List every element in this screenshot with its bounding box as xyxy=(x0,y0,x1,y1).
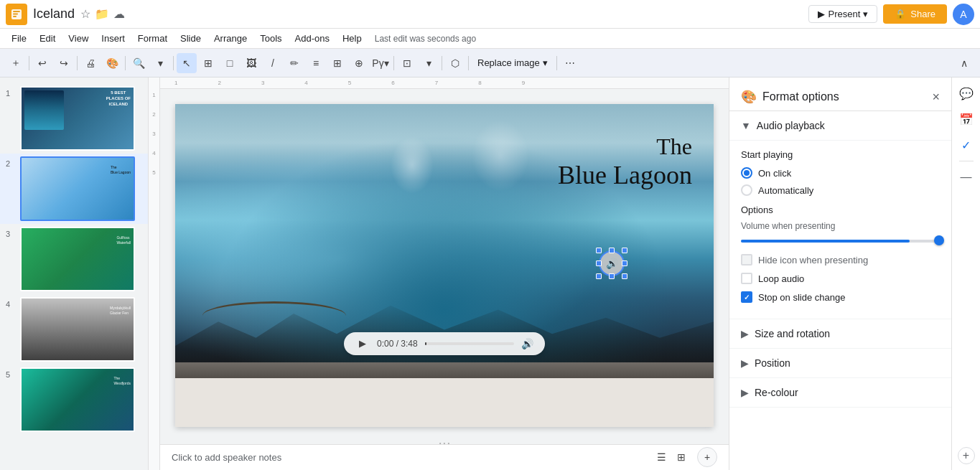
close-format-panel-button[interactable]: × xyxy=(932,90,940,105)
recolour-header[interactable]: ▶ Re-colour xyxy=(729,378,951,408)
slide-thumbnail-5[interactable]: TheWestfjords xyxy=(20,367,135,432)
size-rotation-header[interactable]: ▶ Size and rotation xyxy=(729,319,951,349)
replace-image-dropdown[interactable]: ▾ xyxy=(543,57,548,68)
line-button[interactable]: / xyxy=(263,53,283,73)
insert-button[interactable]: ⊕ xyxy=(349,53,369,73)
zoom-button[interactable]: 🔍 xyxy=(129,53,149,73)
selection-handle-br[interactable] xyxy=(622,273,627,279)
slide-thumbnail-1[interactable]: 5 BESTPLACES OFICELAND xyxy=(20,86,135,151)
main-content: 1 5 BESTPLACES OFICELAND 2 TheBlue Lagoo… xyxy=(0,77,980,470)
selection-handle-tc[interactable] xyxy=(609,248,615,253)
loop-audio-label: Loop audio xyxy=(758,273,804,284)
present-dropdown-arrow[interactable]: ▾ xyxy=(863,9,868,19)
slide-thumbnail-2[interactable]: TheBlue Lagoon xyxy=(20,156,135,221)
volume-slider-track[interactable] xyxy=(741,240,940,243)
present-button[interactable]: ▶ Present ▾ xyxy=(808,5,877,23)
list-view-button[interactable]: ☰ xyxy=(651,447,671,467)
steam-2 xyxy=(472,120,529,192)
slide-title-line2: Blue Lagoon xyxy=(558,160,692,191)
doc-title[interactable]: Iceland xyxy=(33,6,75,22)
comments-icon[interactable]: 💬 xyxy=(956,83,976,103)
collapse-toolbar-button[interactable]: ∧ xyxy=(954,53,974,73)
checkmark-icon[interactable]: ✓ xyxy=(956,135,976,155)
selection-handle-tr[interactable] xyxy=(622,248,627,253)
slide-thumb-5[interactable]: 5 TheWestfjords xyxy=(0,365,148,435)
side-add-button[interactable]: + xyxy=(958,447,975,464)
slide-thumb-3[interactable]: 3 GullfossWaterfall xyxy=(0,224,148,294)
audio-progress-bar[interactable] xyxy=(425,342,514,345)
grid-view-button[interactable]: ⊞ xyxy=(671,447,691,467)
image-button[interactable]: 🖼 xyxy=(241,53,261,73)
py-button[interactable]: Pγ▾ xyxy=(370,53,391,73)
mask-button[interactable]: ▾ xyxy=(419,53,439,73)
automatically-option[interactable]: Automatically xyxy=(741,184,940,196)
hide-icon-checkbox[interactable] xyxy=(741,254,752,265)
menu-help[interactable]: Help xyxy=(337,32,368,45)
top-bar: Iceland ☆ 📁 ☁ ▶ Present ▾ 🔒 Share A xyxy=(0,0,980,29)
add-content-button[interactable]: + xyxy=(697,447,717,467)
folder-icon[interactable]: 📁 xyxy=(95,7,109,21)
selection-handle-tl[interactable] xyxy=(596,248,602,253)
menu-insert[interactable]: Insert xyxy=(95,32,131,45)
on-click-radio[interactable] xyxy=(741,167,752,179)
user-avatar[interactable]: A xyxy=(953,4,974,25)
notes-area[interactable]: Click to add speaker notes + ⊞ ☰ xyxy=(160,444,729,470)
effects-button[interactable]: ⬡ xyxy=(445,53,465,73)
menu-view[interactable]: View xyxy=(62,32,94,45)
crop-button[interactable]: ⊡ xyxy=(397,53,417,73)
slide-thumb-2[interactable]: 2 TheBlue Lagoon xyxy=(0,154,148,224)
star-icon[interactable]: ☆ xyxy=(80,7,90,21)
stop-on-slide-change-option[interactable]: ✓ Stop on slide change xyxy=(741,291,940,303)
volume-slider-container[interactable] xyxy=(741,237,940,245)
zoom-dropdown[interactable]: ▾ xyxy=(150,53,170,73)
menu-file[interactable]: File xyxy=(6,32,32,45)
hide-icon-option[interactable]: Hide icon when presenting xyxy=(741,254,940,265)
volume-slider-thumb[interactable] xyxy=(934,235,944,245)
menu-slide[interactable]: Slide xyxy=(174,32,207,45)
slide-thumbnail-4[interactable]: MyrdalsjökullGlacier Fen xyxy=(20,297,135,362)
share-button[interactable]: 🔒 Share xyxy=(883,4,947,24)
on-click-option[interactable]: On click xyxy=(741,167,940,179)
automatically-radio[interactable] xyxy=(741,184,752,196)
selection-handle-bc[interactable] xyxy=(609,273,615,279)
undo-button[interactable]: ↩ xyxy=(32,53,52,73)
position-header[interactable]: ▶ Position xyxy=(729,349,951,378)
selection-handle-ml[interactable] xyxy=(596,260,602,266)
menu-addons[interactable]: Add-ons xyxy=(289,32,335,45)
replace-image-button[interactable]: Replace image ▾ xyxy=(472,55,554,71)
align-button[interactable]: ≡ xyxy=(306,53,326,73)
canvas-scroll[interactable]: The Blue Lagoon xyxy=(160,89,729,441)
shape-button[interactable]: □ xyxy=(220,53,240,73)
audio-playback-header[interactable]: ▼ Audio playback xyxy=(729,111,951,141)
selection-handle-mr[interactable] xyxy=(622,260,627,266)
paint-format-button[interactable]: 🎨 xyxy=(102,53,122,73)
loop-audio-checkbox[interactable] xyxy=(741,273,752,284)
slide-label-5: TheWestfjords xyxy=(113,376,131,386)
menu-tools[interactable]: Tools xyxy=(254,32,287,45)
menu-edit[interactable]: Edit xyxy=(34,32,61,45)
textbox-button[interactable]: ⊞ xyxy=(198,53,218,73)
more-options-button[interactable]: ⋯ xyxy=(560,53,580,73)
cursor-button[interactable]: ↖ xyxy=(177,53,197,73)
slide-thumb-1[interactable]: 1 5 BESTPLACES OFICELAND xyxy=(0,83,148,154)
selection-handle-bl[interactable] xyxy=(596,273,602,279)
notes-placeholder[interactable]: Click to add speaker notes xyxy=(172,452,281,463)
scribble-button[interactable]: ✏ xyxy=(284,53,304,73)
menu-format[interactable]: Format xyxy=(132,32,173,45)
print-button[interactable]: 🖨 xyxy=(80,53,101,73)
play-button[interactable]: ▶ xyxy=(355,337,370,351)
toolbar-separator xyxy=(173,56,174,70)
audio-icon-selected[interactable]: 🔊 xyxy=(596,248,627,279)
cloud-icon[interactable]: ☁ xyxy=(113,7,125,21)
audio-volume-icon[interactable]: 🔊 xyxy=(521,338,533,349)
slide-thumb-4[interactable]: 4 MyrdalsjökullGlacier Fen xyxy=(0,294,148,365)
loop-audio-option[interactable]: Loop audio xyxy=(741,273,940,284)
redo-button[interactable]: ↪ xyxy=(54,53,74,73)
add-button[interactable]: ＋ xyxy=(6,53,26,73)
distribute-button[interactable]: ⊞ xyxy=(327,53,347,73)
calendar-icon[interactable]: 📅 xyxy=(956,109,976,129)
minus-icon[interactable]: — xyxy=(956,167,976,187)
stop-on-slide-change-checkbox[interactable]: ✓ xyxy=(741,291,752,303)
menu-arrange[interactable]: Arrange xyxy=(208,32,253,45)
slide-thumbnail-3[interactable]: GullfossWaterfall xyxy=(20,227,135,291)
